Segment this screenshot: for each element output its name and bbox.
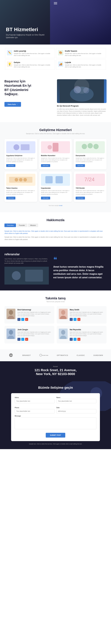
brand-logo-sundown: Sundown <box>93 354 103 356</box>
team-socials-john: f t g <box>17 338 52 341</box>
hero-overlay <box>50 0 111 44</box>
form-label-phone: Phone <box>15 407 55 408</box>
svg-rect-21 <box>56 176 63 184</box>
dev-card-btn-destek[interactable]: Daha fazla <box>76 197 85 200</box>
dev-card-btn-takim[interactable]: Daha fazla <box>6 197 15 200</box>
service-desc-grafik: Sample text. Click to select the text bo… <box>65 53 104 56</box>
brand-logo-1: BR <box>8 353 14 358</box>
team-desc-mary: Quae amet nisin lorem Vulputate ante at.… <box>70 312 105 317</box>
svg-rect-8 <box>53 143 58 152</box>
dev-card-title-destek: 7/24 Destek <box>76 187 105 189</box>
svg-point-28 <box>9 310 13 315</box>
avatar-john <box>6 328 15 339</box>
facebook-icon-john[interactable]: f <box>17 338 20 341</box>
svg-rect-0 <box>60 79 104 103</box>
contact-form-bg-section: Bizimle iletişime geçin Adres Name Phone… <box>0 381 111 449</box>
svg-rect-26 <box>25 270 43 282</box>
middle-section: Başarınız İçin Hazırlamak En İyi BT Çözü… <box>0 73 111 122</box>
form-input-address[interactable] <box>15 399 55 403</box>
brands-section: BR BRANDIT BURETIME OPTIMATICS CLASSIC S… <box>0 350 111 361</box>
dev-card-img-uygulamalar <box>41 174 70 186</box>
middle-right-image <box>57 79 107 103</box>
svg-point-3 <box>83 88 89 93</box>
hero-content: BT Hizmetleri Dış Kaynak Sağlıyoruz Küçü… <box>6 27 53 42</box>
twitter-icon-nat[interactable]: t <box>74 338 77 341</box>
gplus-icon-bob[interactable]: g <box>25 318 28 321</box>
gplus-icon-mary[interactable]: g <box>77 318 80 321</box>
twitter-icon-john[interactable]: t <box>21 338 24 341</box>
facebook-icon-nat[interactable]: f <box>70 338 73 341</box>
team-title: Takımla tanış <box>4 296 107 300</box>
dev-card-btn-danismanlik[interactable]: Daha fazla <box>76 164 85 167</box>
form-group-message: Message <box>15 415 96 430</box>
dev-services-title: Geliştirme Hizmetleri <box>4 128 107 132</box>
form-input-name[interactable] <box>56 399 96 403</box>
team-socials-mary: f t g <box>70 318 105 321</box>
contact-form-title: Bizimle iletişime geçin <box>4 386 107 390</box>
twitter-icon-bob[interactable]: t <box>21 318 24 321</box>
dev-card-title-uygulamalar: Uygulamalar <box>41 187 70 189</box>
service-info-metin: metin yazarlığı Sample text. Click to se… <box>14 50 53 56</box>
service-desc-lojistik: Sample text. Click to select the text bo… <box>65 64 104 68</box>
svg-text:BR: BR <box>10 354 12 356</box>
svg-rect-20 <box>45 176 53 184</box>
dev-card-btn-uygulama[interactable]: Daha fazla <box>6 164 15 167</box>
dev-card-btn-uygulamalar[interactable]: Daha fazla <box>41 197 50 200</box>
hamburger-menu[interactable] <box>54 2 57 4</box>
dev-card-img-danismanlik <box>76 141 105 153</box>
middle-right: En İyi Dereceli Program In mollis risus … <box>57 79 107 116</box>
form-label-date: Date <box>56 407 96 408</box>
twitter-icon-mary[interactable]: t <box>74 318 77 321</box>
dev-card-uygulamalar: Uygulamalar Sample text. Click to select… <box>39 172 72 202</box>
quote-text: Amet luctus venenatis lectus magna fring… <box>53 265 107 279</box>
form-group-phone: Phone <box>15 407 55 413</box>
dev-footer-link[interactable]: örnek <box>59 205 62 206</box>
facebook-icon-bob[interactable]: f <box>17 318 20 321</box>
dev-card-desc-uygulama: Sample text. Click to select the text bo… <box>6 157 35 163</box>
service-item-grafik: 🎨 Grafik Tasarım Sample text. Click to s… <box>56 48 106 58</box>
dev-card-title-mobilite: Mobilite Hizmetleri <box>41 155 70 156</box>
form-input-message[interactable] <box>15 417 96 429</box>
team-desc-nat: Quae amet nisin lorem Vulputate ante at.… <box>70 331 105 336</box>
service-icon-gelisim: 💡 <box>7 62 12 67</box>
svg-point-16 <box>15 178 18 182</box>
references-left-text: Aqua Fitness, Vacur Şahinleri'ne Eğitim … <box>4 258 49 264</box>
middle-cta-button[interactable]: Daha fazla → <box>4 102 21 107</box>
dev-card-img-uygulama <box>6 141 35 153</box>
brand-logo-buretime: BURETIME <box>39 353 48 358</box>
brand-logo-classic: CLASSIC <box>77 354 85 356</box>
about-tab-mission[interactable]: Mission <box>28 224 38 227</box>
about-tab-founder[interactable]: Founder <box>16 224 27 227</box>
service-info-gelisim: Gelişim Sample text. Click to select the… <box>14 62 53 68</box>
dev-card-desc-destek: Sample text. Click to select the text bo… <box>76 190 105 195</box>
svg-point-17 <box>19 178 23 182</box>
team-info-mary: Mary Smith Quae amet nisin lorem Vulputa… <box>70 309 105 321</box>
service-title-grafik: Grafik Tasarım <box>65 50 104 52</box>
dev-card-btn-mobilite[interactable]: Daha fazla <box>41 164 50 167</box>
dev-card-title-danismanlik: Danışmanlık <box>76 155 105 156</box>
about-tabs: Overview Founder Mission <box>4 224 107 227</box>
svg-point-37 <box>61 330 65 335</box>
facebook-icon-mary[interactable]: f <box>70 318 73 321</box>
team-info-nat: Nat Reynolds Quae amet nisin lorem Vulpu… <box>70 328 105 341</box>
contact-info-label: Konum <box>4 366 107 367</box>
quote-icon: ❝ <box>53 256 107 263</box>
form-label-message: Message <box>15 415 96 417</box>
form-submit-button[interactable]: SUBMIT POST <box>46 433 65 438</box>
about-tab-overview[interactable]: Overview <box>4 224 16 227</box>
gplus-icon-nat[interactable]: g <box>77 338 80 341</box>
service-icon-grafik: 🎨 <box>58 50 63 55</box>
svg-text:7/24: 7/24 <box>84 176 95 182</box>
avatar-bob <box>6 309 15 319</box>
svg-point-5 <box>13 144 19 150</box>
middle-title: Başarınız İçin Hazırlamak En İyi BT Çözü… <box>4 79 54 96</box>
gplus-icon-john[interactable]: g <box>25 338 28 341</box>
dev-card-img-mobilite <box>41 141 70 153</box>
service-icon-lojistik: 🚚 <box>58 62 63 67</box>
svg-point-34 <box>9 330 13 335</box>
dev-card-desc-uygulamalar: Sample text. Click to select the text bo… <box>41 190 70 195</box>
form-input-date[interactable] <box>56 409 96 413</box>
dev-card-img-takim <box>6 174 35 186</box>
form-input-phone[interactable] <box>15 409 55 413</box>
team-socials-bob: f t g <box>17 318 52 321</box>
